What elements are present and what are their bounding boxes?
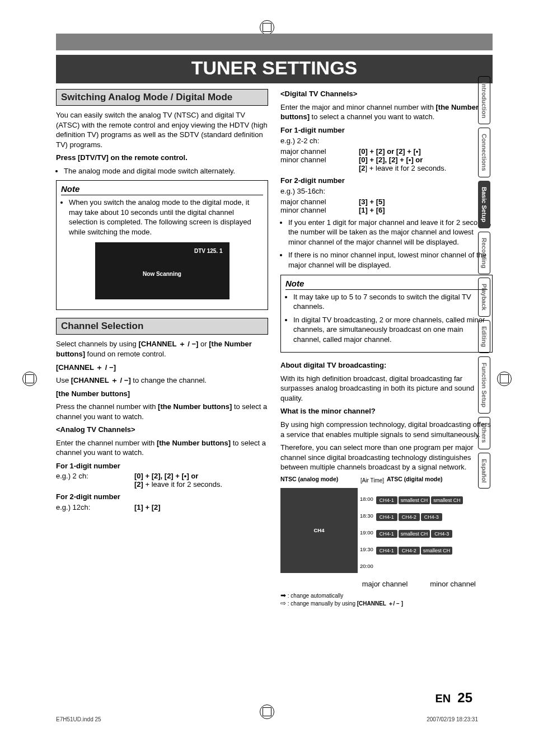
page-content: TUNER SETTINGS Switching Analog Mode / D… — [56, 34, 493, 608]
registration-mark — [22, 372, 37, 386]
subhead: About digital TV broadcasting: — [280, 360, 493, 370]
subhead: [the Number buttons] — [56, 389, 268, 399]
diagram-atsc-grid: CH4-1smallest CHsmallest CH CH4-1CH4-2CH… — [376, 488, 463, 563]
subhead: For 2-digit number — [56, 492, 268, 502]
body-text: By using high compression technology, di… — [280, 420, 493, 439]
body-text: Enter the channel number with [the Numbe… — [56, 438, 268, 458]
instruction-bold: Press [DTV/TV] on the remote control. — [56, 153, 268, 163]
diagram-atsc-head: ATSC (digital mode) — [387, 476, 493, 482]
registration-mark — [497, 372, 512, 386]
screen-channel-label: DTV 125. 1 — [102, 248, 223, 254]
note-title: Note — [285, 279, 488, 290]
diagram-airtime-head: [Air Time] — [360, 477, 385, 483]
page-title: TUNER SETTINGS — [56, 55, 493, 83]
example-row: minor channel[0] + [2], [2] + [•] or — [280, 156, 493, 164]
tab-recording[interactable]: Recording — [478, 232, 490, 274]
example-row: e.g.) 2 ch: [0] + [2], [2] + [•] or — [56, 472, 268, 480]
section-heading: Channel Selection — [56, 318, 268, 335]
example-line: e.g.) 35-16ch: — [280, 186, 493, 196]
arrow-solid-icon: ➡ — [280, 591, 286, 599]
note-box: Note It may take up to 5 to 7 seconds to… — [280, 275, 493, 353]
body-text: Press the channel number with [the Numbe… — [56, 402, 268, 421]
tab-introduction[interactable]: Introduction — [478, 76, 490, 124]
subhead: <Analog TV Channels> — [56, 425, 268, 435]
tab-playback[interactable]: Playback — [478, 278, 490, 317]
bullet-item: If there is no minor channel input, lowe… — [288, 250, 493, 270]
example-row: minor channel[1] + [6] — [280, 206, 493, 214]
note-bullet: When you switch the analog mode to the d… — [69, 198, 263, 237]
diagram-times: 18:00 18:30 19:00 19:30 20:00 — [360, 488, 373, 580]
subhead: [CHANNEL ＋ / −] — [56, 363, 268, 373]
channel-diagram: NTSC (analog mode) [Air Time] ATSC (digi… — [280, 476, 493, 588]
body-text: With its high definition broadcast, digi… — [280, 374, 493, 403]
footer: E7H51UD.indd 25 2007/02/19 18:23:31 — [56, 716, 478, 722]
arrow-outline-icon: ⇨ — [280, 599, 286, 607]
example-row: [2] + leave it for 2 seconds. — [56, 480, 268, 489]
example-row: major channel[0] + [2] or [2] + [•] — [280, 147, 493, 156]
footer-timestamp: 2007/02/19 18:23:31 — [427, 716, 478, 722]
legend: ➡ : change automatically ⇨ : change manu… — [280, 591, 493, 608]
note-bullet: In digital TV broadcasting, 2 or more ch… — [293, 315, 488, 345]
tab-editing[interactable]: Editing — [478, 320, 490, 353]
bullet-item: The analog mode and digital mode switch … — [64, 166, 268, 176]
note-title: Note — [61, 184, 263, 195]
section-heading: Switching Analog Mode / Digital Mode — [56, 89, 268, 106]
bullet-item: If you enter 1 digit for major channel a… — [288, 218, 493, 247]
subhead: What is the minor channel? — [280, 406, 493, 416]
page-number: EN 25 — [435, 690, 473, 706]
subhead: For 1-digit number — [56, 461, 268, 471]
header-bar — [56, 34, 493, 50]
note-bullet: It may take up to 5 to 7 seconds to swit… — [293, 292, 488, 312]
right-column: <Digital TV Channels> Enter the major an… — [280, 89, 493, 608]
subhead: <Digital TV Channels> — [280, 89, 493, 99]
tab-connections[interactable]: Connections — [478, 128, 490, 177]
example-row: major channel[3] + [5] — [280, 198, 493, 206]
body-text: Select channels by using [CHANNEL ＋ / −]… — [56, 339, 268, 359]
diagram-ntsc-head: NTSC (analog mode) — [280, 476, 358, 482]
screen-status: Now Scanning — [102, 271, 223, 277]
body-text: Enter the major and minor channel number… — [280, 102, 493, 122]
tab-function-setup[interactable]: Function Setup — [478, 356, 490, 414]
note-box: Note When you switch the analog mode to … — [56, 180, 268, 310]
left-column: Switching Analog Mode / Digital Mode You… — [56, 89, 268, 608]
example-line: e.g.) 2-2 ch: — [280, 136, 493, 146]
subhead: For 1-digit number — [280, 125, 493, 135]
subhead: For 2-digit number — [280, 176, 493, 186]
body-text: Use [CHANNEL ＋ / −] to change the channe… — [56, 375, 268, 386]
side-tabs: Introduction Connections Basic Setup Rec… — [478, 76, 495, 492]
footer-filename: E7H51UD.indd 25 — [56, 716, 101, 722]
tv-screen-mock: DTV 125. 1 Now Scanning — [95, 242, 229, 299]
diagram-axis-labels: major channel minor channel — [280, 580, 476, 588]
registration-mark — [260, 20, 274, 35]
tab-others[interactable]: Others — [478, 417, 490, 449]
example-row: e.g.) 12ch: [1] + [2] — [56, 503, 268, 511]
tab-espanol[interactable]: Español — [478, 453, 490, 489]
body-text: You can easily switch the analog TV (NTS… — [56, 110, 268, 149]
tab-basic-setup[interactable]: Basic Setup — [478, 181, 490, 228]
body-text: Therefore, you can select more than one … — [280, 443, 493, 472]
example-row: [2] + leave it for 2 seconds. — [280, 164, 493, 172]
diagram-ntsc-block: CH4 — [280, 488, 358, 573]
